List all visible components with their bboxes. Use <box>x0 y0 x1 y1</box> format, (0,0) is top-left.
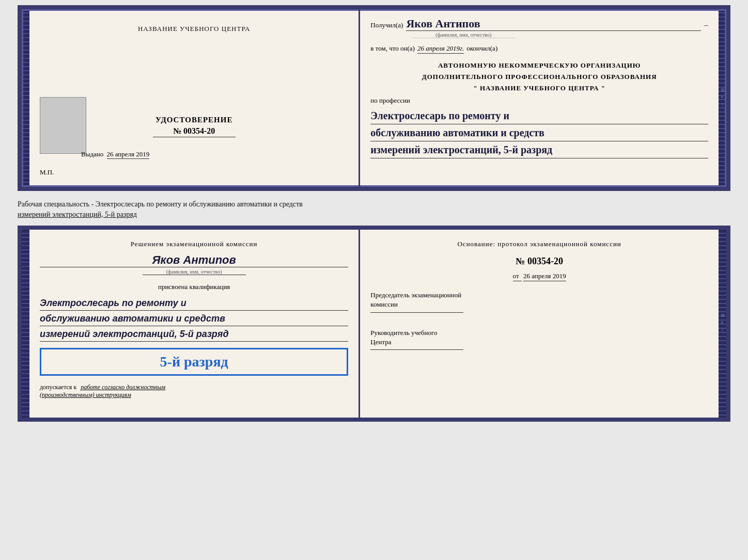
qual-allowed-work: работе согласно должностным <box>81 383 165 391</box>
qual-number: № 00354-20 <box>370 256 708 267</box>
qual-spine-right: И а ← <box>719 230 726 418</box>
qual-title: Решением экзаменационной комиссии <box>40 240 348 248</box>
diploma-cert-number: № 00354-20 <box>153 126 236 137</box>
spine-text: И а ← <box>720 88 725 108</box>
diploma-book: НАЗВАНИЕ УЧЕБНОГО ЦЕНТРА УДОСТОВЕРЕНИЕ №… <box>18 5 730 191</box>
qual-date-row: от 26 апреля 2019 <box>370 272 708 280</box>
qual-profession-line2: обслуживанию автоматики и средств <box>40 312 348 326</box>
received-label: Получил(а) <box>370 21 403 29</box>
org-line1: АВТОНОМНУЮ НЕКОММЕРЧЕСКУЮ ОРГАНИЗАЦИЮ <box>370 60 708 71</box>
qual-head-line1: Руководитель учебного <box>370 328 708 338</box>
qual-allowed-line: допускается к работе согласно должностны… <box>40 383 348 391</box>
cert-date: 26 апреля 2019г. <box>417 44 464 54</box>
qual-head-block: Руководитель учебного Центра <box>370 328 708 355</box>
diploma-issued-line: Выдано 26 апреля 2019 <box>81 150 149 158</box>
qual-head-signature-line <box>370 349 463 350</box>
qual-chairman-line2: комиссии <box>370 300 708 309</box>
qual-spine-left <box>22 230 29 418</box>
profession-line2: обслуживанию автоматики и средств <box>370 124 708 141</box>
qual-name-subtitle: (фамилия, имя, отчество) <box>143 269 246 275</box>
diploma-dash: – <box>704 20 708 29</box>
qual-right-panel: Основание: протокол экзаменационной коми… <box>360 230 719 418</box>
diploma-name-row: Получил(а) Яков Антипов – <box>370 17 708 31</box>
diploma-center-name: НАЗВАНИЕ УЧЕБНОГО ЦЕНТРА <box>138 25 250 33</box>
cert-date-post: окончил(а) <box>466 44 497 53</box>
qual-assigned-label: присвоена квалификация <box>40 283 348 291</box>
qual-allowed-work2: (производственным) инструкциям <box>40 391 348 399</box>
cert-text-pre: в том, что он(а) <box>370 44 415 53</box>
qual-profession-line3: измерений электростанций, 5-й разряд <box>40 327 348 342</box>
diploma-right-panel: Получил(а) Яков Антипов – (фамилия, имя,… <box>360 9 719 187</box>
diploma-recipient-name: Яков Антипов <box>406 17 701 31</box>
qual-chairman-line1: Председатель экзаменационной <box>370 291 708 300</box>
diploma-name-subtitle: (фамилия, имя, отчество) <box>412 32 515 38</box>
qual-allowed-pre: допускается к <box>40 383 76 391</box>
diploma-issued-date: 26 апреля 2019 <box>107 150 150 159</box>
qual-name: Яков Антипов <box>40 253 348 267</box>
qual-left-panel: Решением экзаменационной комиссии Яков А… <box>29 230 360 418</box>
diploma-cert-date-row: в том, что он(а) 26 апреля 2019г. окончи… <box>370 44 708 54</box>
qual-profession-line1: Электрослесарь по ремонту и <box>40 296 348 311</box>
qual-inner: Решением экзаменационной комиссии Яков А… <box>29 230 719 418</box>
diploma-cert-label: УДОСТОВЕРЕНИЕ <box>153 116 236 124</box>
profession-line3: измерений электростанций, 5-й разряд <box>370 141 708 158</box>
qual-basis-label: Основание: протокол экзаменационной коми… <box>370 240 708 248</box>
org-quote-close: " <box>601 84 605 92</box>
qual-rank-badge: 5-й разряд <box>40 348 348 376</box>
diploma-org-block: АВТОНОМНУЮ НЕКОММЕРЧЕСКУЮ ОРГАНИЗАЦИЮ ДО… <box>370 60 708 94</box>
diploma-left-panel: НАЗВАНИЕ УЧЕБНОГО ЦЕНТРА УДОСТОВЕРЕНИЕ №… <box>29 9 360 187</box>
org-quote-open: " <box>473 84 477 92</box>
document-container: НАЗВАНИЕ УЧЕБНОГО ЦЕНТРА УДОСТОВЕРЕНИЕ №… <box>18 5 730 422</box>
spine-right: И а ← <box>719 9 726 187</box>
qual-chairman-signature-line <box>370 312 463 313</box>
specialty-line2: измерений электростанций, 5-й разряд <box>18 210 730 220</box>
qual-date: 26 апреля 2019 <box>523 272 566 281</box>
org-name-line: " НАЗВАНИЕ УЧЕБНОГО ЦЕНТРА " <box>370 83 708 94</box>
spine-left <box>22 9 29 187</box>
diploma-inner: НАЗВАНИЕ УЧЕБНОГО ЦЕНТРА УДОСТОВЕРЕНИЕ №… <box>29 9 719 187</box>
qual-date-pre: от <box>513 272 522 281</box>
profession-label: по профессии <box>370 97 708 105</box>
diploma-issued-label: Выдано <box>81 150 103 158</box>
qualification-book: Решением экзаменационной комиссии Яков А… <box>18 226 730 422</box>
qual-head-line2: Центра <box>370 338 708 347</box>
qual-chairman-block: Председатель экзаменационной комиссии <box>370 291 708 317</box>
specialty-line1: Рабочая специальность - Электрослесарь п… <box>18 199 730 210</box>
specialty-text-block: Рабочая специальность - Электрослесарь п… <box>18 195 730 221</box>
qual-spine-text: И а ← <box>720 314 725 334</box>
org-line2: ДОПОЛНИТЕЛЬНОГО ПРОФЕССИОНАЛЬНОГО ОБРАЗО… <box>370 71 708 83</box>
profession-line1: Электрослесарь по ремонту и <box>370 107 708 124</box>
diploma-mp: М.П. <box>40 168 54 177</box>
org-name: НАЗВАНИЕ УЧЕБНОГО ЦЕНТРА <box>480 84 599 92</box>
diploma-photo <box>40 97 86 154</box>
